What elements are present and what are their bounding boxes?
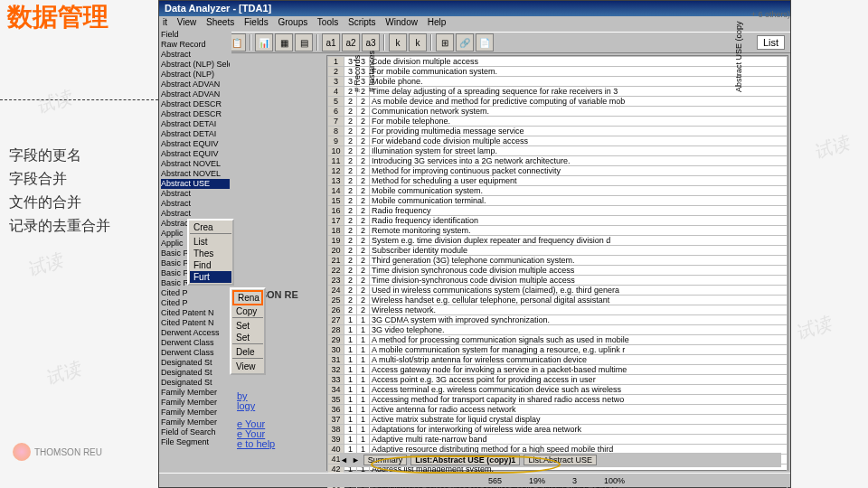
field-item[interactable]: Abstract EQUIV [161, 139, 230, 149]
table-row[interactable]: 3511Accessing method for transport capac… [328, 395, 788, 405]
field-item[interactable]: Abstract [161, 189, 230, 199]
table-row[interactable]: 3011A mobile communication system for ma… [328, 345, 788, 355]
table-row[interactable]: 3811Adaptations for interworking of wire… [328, 425, 788, 435]
field-item[interactable]: Cited P [161, 298, 230, 308]
field-item[interactable]: Designated St [161, 358, 230, 368]
field-item[interactable]: Abstract [161, 50, 230, 60]
table-row[interactable]: 2222Time division synchronous code divis… [328, 266, 788, 276]
helper-link-logy[interactable]: logy [237, 400, 255, 411]
menubar[interactable]: it View Sheets Fields Groups Tools Scrip… [159, 16, 790, 32]
table-row[interactable]: 2022Subscriber identity module [328, 246, 788, 256]
field-item[interactable]: Field of Search [161, 427, 230, 437]
table-row[interactable]: 3711Active matrix substrate for liquid c… [328, 415, 788, 425]
menu-groups[interactable]: Groups [278, 17, 307, 27]
sub-delete[interactable]: Dele [232, 346, 263, 358]
sub-set1[interactable]: Set [232, 320, 263, 332]
table-row[interactable]: 1222Method for improving continuous pack… [328, 166, 788, 176]
field-item[interactable]: Raw Record [161, 40, 230, 50]
table-row[interactable]: 922For wideband code division multiple a… [328, 136, 788, 146]
ctx-list[interactable]: List [190, 236, 231, 248]
table-row[interactable]: 1622Radio frequency [328, 206, 788, 216]
context-submenu[interactable]: Rena Copy Set Set Dele View [230, 287, 266, 375]
sub-view[interactable]: View [232, 361, 263, 372]
table-row[interactable]: 2622Wireless network. [328, 305, 788, 315]
menu-window[interactable]: Window [385, 17, 418, 27]
field-item[interactable]: Family Member [161, 398, 230, 408]
table-row[interactable]: 28113G video telephone. [328, 325, 788, 335]
table-row[interactable]: 1522Mobile communication terminal. [328, 196, 788, 206]
field-item[interactable]: Derwent Class [161, 338, 230, 348]
field-item[interactable]: Derwent Class [161, 348, 230, 358]
table-row[interactable]: 822For providing multimedia message serv… [328, 127, 788, 136]
sub-set2[interactable]: Set [232, 332, 263, 343]
table-row[interactable]: 1322Method for scheduling a user equipme… [328, 176, 788, 186]
field-item[interactable]: Abstract [161, 199, 230, 209]
menu-sheets[interactable]: Sheets [206, 17, 234, 27]
field-item[interactable]: Cited Patent N [161, 308, 230, 318]
table-row[interactable]: 1422Mobile communication system. [328, 186, 788, 196]
sub-rename[interactable]: Rena [232, 290, 263, 305]
field-item[interactable]: Abstract DESCR [161, 99, 230, 109]
table-row[interactable]: 622Communication network system. [328, 107, 788, 117]
field-item[interactable]: Abstract ADVAN [161, 80, 230, 89]
tool-table-icon[interactable]: ▦ [275, 33, 293, 52]
field-item[interactable]: Abstract EQUIV [161, 149, 230, 159]
ctx-further[interactable]: Furt [190, 271, 231, 283]
menu-help[interactable]: Help [428, 17, 447, 27]
field-item[interactable]: Abstract NOVEL [161, 159, 230, 169]
table-row[interactable]: 2911A method for processing communicatio… [328, 335, 788, 345]
field-item[interactable]: Abstract (NLP) [161, 70, 230, 80]
table-row[interactable]: 2122Third generation (3G) telephone comm… [328, 256, 788, 266]
table-row[interactable]: 3911Adaptive multi rate-narrow band [328, 435, 788, 445]
table-row[interactable]: 2422Used in wireless communications syst… [328, 286, 788, 296]
field-item[interactable]: Abstract DETAI [161, 129, 230, 139]
table-row[interactable]: 1822Remote monitoring system. [328, 226, 788, 236]
sub-copy[interactable]: Copy [232, 305, 263, 317]
tool-chart-icon[interactable]: 📊 [255, 33, 273, 52]
menu-edit[interactable]: it [163, 17, 167, 27]
table-row[interactable]: 1122Introducing 3G services into a 2G ne… [328, 156, 788, 166]
table-row[interactable]: 3611Active antenna for radio access netw… [328, 405, 788, 415]
table-row[interactable]: 1722Radio frequency identification [328, 216, 788, 226]
table-row[interactable]: 3211Access gateway node for invoking a s… [328, 365, 788, 375]
field-item[interactable]: Family Member [161, 408, 230, 418]
field-item[interactable]: Cited Patent N [161, 318, 230, 328]
field-item[interactable]: Abstract (NLP) Selected [161, 60, 230, 70]
window-titlebar[interactable]: Data Analyzer - [TDA1] [159, 1, 790, 16]
scroll-left-icon[interactable]: ◄ [340, 455, 348, 465]
field-item[interactable]: Abstract DESCR [161, 109, 230, 119]
menu-fields[interactable]: Fields [244, 17, 269, 27]
context-menu[interactable]: Crea List Thes Find Furt [187, 219, 234, 286]
data-table[interactable]: # Records # Instances Abstract USE (copy… [326, 55, 788, 471]
scroll-right-icon[interactable]: ► [352, 455, 360, 465]
field-item[interactable]: Abstract DETAI [161, 119, 230, 129]
field-item[interactable]: Cited P [161, 288, 230, 298]
table-row[interactable]: 2322Time division-synchronous code divis… [328, 276, 788, 286]
field-item[interactable]: Family Member [161, 418, 230, 427]
menu-tools[interactable]: Tools [317, 17, 338, 27]
ctx-thesaurus[interactable]: Thes [190, 248, 231, 259]
field-item[interactable]: Designated St [161, 378, 230, 388]
field-item[interactable]: Abstract [161, 209, 230, 219]
table-row[interactable]: 722For mobile telephone. [328, 117, 788, 127]
table-row[interactable]: 3111A multi-slot/strip antenna for wirel… [328, 355, 788, 365]
menu-view[interactable]: View [177, 17, 197, 27]
field-item[interactable]: Family Member [161, 388, 230, 398]
field-item[interactable]: Derwent Access [161, 328, 230, 338]
helper-link-help[interactable]: e to help [237, 438, 275, 449]
field-item[interactable]: Abstract NOVEL [161, 169, 230, 179]
table-row[interactable]: 1922System e.g. time division duplex rep… [328, 236, 788, 246]
tool-grid-icon[interactable]: ▤ [295, 33, 313, 52]
field-item[interactable]: Abstract USE [161, 179, 230, 189]
menu-scripts[interactable]: Scripts [348, 17, 376, 27]
field-item[interactable]: File Segment [161, 437, 230, 447]
table-row[interactable]: 27113G CDMA system with improved synchro… [328, 315, 788, 325]
ctx-create[interactable]: Crea [190, 221, 231, 233]
field-item[interactable]: Abstract ADVAN [161, 89, 230, 99]
ctx-find[interactable]: Find [190, 259, 231, 271]
table-row[interactable]: 3311Access point e.g. 3G access point fo… [328, 375, 788, 385]
table-row[interactable]: 2522Wireless handset e.g. cellular telep… [328, 296, 788, 305]
table-row[interactable]: 522As mobile device and method for predi… [328, 97, 788, 107]
table-row[interactable]: 3411Access terminal e.g. wireless commun… [328, 385, 788, 395]
field-item[interactable]: Designated St [161, 368, 230, 378]
